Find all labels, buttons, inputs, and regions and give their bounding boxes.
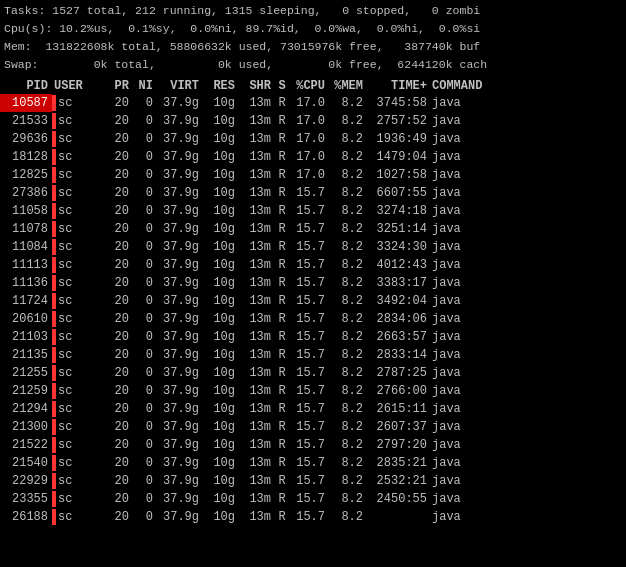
cell-cpu: 15.7 (290, 202, 328, 220)
rows-container: 10587sc20037.9g10g13mR17.08.23745:58java… (0, 94, 626, 526)
cell-res: 10g (202, 112, 238, 130)
cell-virt: 37.9g (156, 346, 202, 364)
cell-mem: 8.2 (328, 382, 366, 400)
user-bar-indicator (52, 509, 56, 525)
cell-pid: 21255 (0, 364, 52, 382)
cell-virt: 37.9g (156, 130, 202, 148)
cell-pr: 20 (104, 112, 132, 130)
cell-s: R (274, 346, 290, 364)
cell-s: R (274, 220, 290, 238)
col-header-res: RES (202, 79, 238, 93)
cell-virt: 37.9g (156, 454, 202, 472)
cell-pr: 20 (104, 166, 132, 184)
cell-shr: 13m (238, 364, 274, 382)
cell-cpu: 15.7 (290, 472, 328, 490)
cell-virt: 37.9g (156, 382, 202, 400)
cell-cmd: java (430, 454, 490, 472)
cell-ni: 0 (132, 148, 156, 166)
user-bar-indicator (52, 293, 56, 309)
cell-pid: 21103 (0, 328, 52, 346)
cell-pid: 21294 (0, 400, 52, 418)
cell-cmd: java (430, 508, 490, 526)
table-row: 27386sc20037.9g10g13mR15.78.26607:55java (0, 184, 626, 202)
col-header-ni: NI (132, 79, 156, 93)
user-bar-indicator (52, 437, 56, 453)
cell-shr: 13m (238, 238, 274, 256)
cell-cpu: 15.7 (290, 418, 328, 436)
user-bar-indicator (52, 275, 56, 291)
cell-pr: 20 (104, 148, 132, 166)
user-bar-indicator (52, 221, 56, 237)
cell-pid: 11113 (0, 256, 52, 274)
cell-time: 2607:37 (366, 418, 430, 436)
cell-cmd: java (430, 346, 490, 364)
cell-mem: 8.2 (328, 274, 366, 292)
cell-virt: 37.9g (156, 148, 202, 166)
cell-res: 10g (202, 166, 238, 184)
cell-mem: 8.2 (328, 400, 366, 418)
cell-cmd: java (430, 436, 490, 454)
cell-ni: 0 (132, 274, 156, 292)
header-line: Tasks: 1527 total, 212 running, 1315 sle… (4, 2, 622, 20)
cell-mem: 8.2 (328, 346, 366, 364)
table-row: 20610sc20037.9g10g13mR15.78.22834:06java (0, 310, 626, 328)
cell-ni: 0 (132, 94, 156, 112)
cell-ni: 0 (132, 292, 156, 310)
cell-ni: 0 (132, 382, 156, 400)
cell-res: 10g (202, 508, 238, 526)
user-name: sc (58, 490, 72, 508)
table-row: 26188sc20037.9g10g13mR15.78.2java (0, 508, 626, 526)
cell-virt: 37.9g (156, 112, 202, 130)
cell-user: sc (52, 328, 104, 346)
table-row: 11724sc20037.9g10g13mR15.78.23492:04java (0, 292, 626, 310)
col-header-shr: SHR (238, 79, 274, 93)
cell-mem: 8.2 (328, 292, 366, 310)
cell-pid: 21533 (0, 112, 52, 130)
cell-user: sc (52, 454, 104, 472)
cell-cmd: java (430, 148, 490, 166)
cell-s: R (274, 256, 290, 274)
cell-time: 1027:58 (366, 166, 430, 184)
cell-pid: 22929 (0, 472, 52, 490)
cell-ni: 0 (132, 346, 156, 364)
cell-shr: 13m (238, 472, 274, 490)
user-name: sc (58, 130, 72, 148)
cell-shr: 13m (238, 310, 274, 328)
cell-ni: 0 (132, 310, 156, 328)
cell-mem: 8.2 (328, 490, 366, 508)
cell-pr: 20 (104, 436, 132, 454)
user-bar-indicator (52, 419, 56, 435)
cell-mem: 8.2 (328, 364, 366, 382)
cell-virt: 37.9g (156, 472, 202, 490)
user-name: sc (58, 274, 72, 292)
cell-time: 3383:17 (366, 274, 430, 292)
cell-virt: 37.9g (156, 184, 202, 202)
cell-user: sc (52, 274, 104, 292)
cell-user: sc (52, 148, 104, 166)
cell-pid: 21135 (0, 346, 52, 364)
col-header-cpu: %CPU (290, 79, 328, 93)
user-bar-indicator (52, 257, 56, 273)
cell-user: sc (52, 292, 104, 310)
cell-time: 3324:30 (366, 238, 430, 256)
cell-virt: 37.9g (156, 400, 202, 418)
cell-pr: 20 (104, 220, 132, 238)
header-line: Mem: 131822608k total, 58806632k used, 7… (4, 38, 622, 56)
cell-cpu: 15.7 (290, 220, 328, 238)
table-row: 10587sc20037.9g10g13mR17.08.23745:58java (0, 94, 626, 112)
user-name: sc (58, 400, 72, 418)
cell-s: R (274, 490, 290, 508)
cell-cmd: java (430, 112, 490, 130)
cell-virt: 37.9g (156, 238, 202, 256)
cell-cpu: 15.7 (290, 328, 328, 346)
cell-pr: 20 (104, 256, 132, 274)
cell-mem: 8.2 (328, 328, 366, 346)
cell-mem: 8.2 (328, 508, 366, 526)
cell-user: sc (52, 472, 104, 490)
cell-user: sc (52, 184, 104, 202)
cell-time: 2833:14 (366, 346, 430, 364)
col-header-pr: PR (104, 79, 132, 93)
cell-res: 10g (202, 256, 238, 274)
cell-cmd: java (430, 418, 490, 436)
cell-res: 10g (202, 346, 238, 364)
